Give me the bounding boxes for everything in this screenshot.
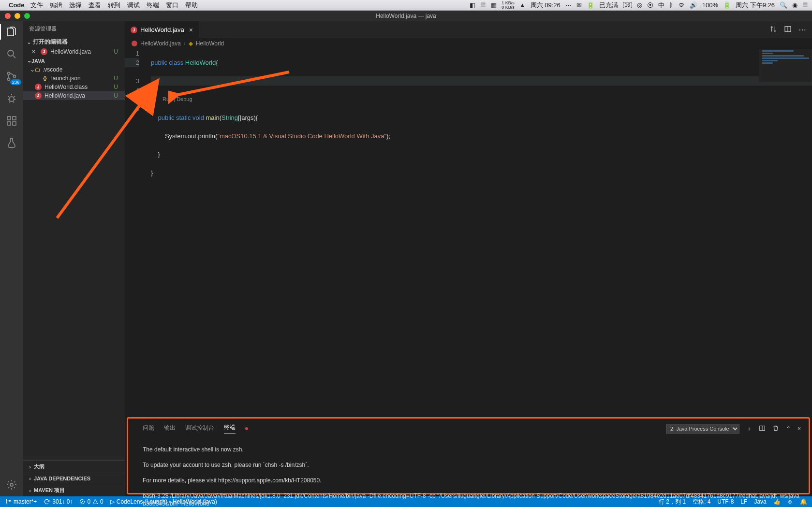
- tab-helloworld[interactable]: J HelloWorld.java ×: [125, 21, 199, 38]
- menu-file[interactable]: 文件: [30, 1, 43, 10]
- open-editors-section[interactable]: ⌄打开的编辑器: [23, 36, 125, 47]
- status-problems[interactable]: 0 0: [79, 498, 103, 505]
- menubar-input-icon[interactable]: 中: [658, 1, 664, 10]
- menubar-bluetooth-icon[interactable]: ᛒ: [669, 1, 673, 9]
- menubar-notification-icon[interactable]: ☰: [802, 1, 808, 9]
- java-deps-section[interactable]: ›JAVA DEPENDENCIES: [23, 473, 125, 484]
- menu-go[interactable]: 转到: [108, 1, 120, 10]
- activity-extensions[interactable]: [5, 114, 18, 128]
- breadcrumb[interactable]: HelloWorld.java › ◆ HelloWorld: [125, 38, 812, 49]
- editor-area: J HelloWorld.java × ⋯ HelloWorld.java › …: [125, 21, 812, 496]
- maximize-window-button[interactable]: [24, 13, 30, 19]
- menubar-clock-2[interactable]: 周六 下午9:26: [736, 1, 775, 10]
- code-editor[interactable]: 123456 public class HelloWorld{ Run | De…: [125, 49, 812, 415]
- svg-point-0: [8, 50, 14, 56]
- menu-view[interactable]: 查看: [89, 1, 101, 10]
- svg-point-3: [14, 75, 16, 78]
- activity-explorer[interactable]: [5, 25, 18, 39]
- line-gutter: 123456: [125, 49, 146, 113]
- folder-vscode[interactable]: ⌄🗀 .vscode: [23, 65, 125, 74]
- outline-section[interactable]: ›大纲: [23, 460, 125, 473]
- svg-point-9: [10, 483, 13, 486]
- panel-tab-terminal[interactable]: 终端: [224, 423, 236, 434]
- open-editor-item[interactable]: × J HelloWorld.java U: [23, 47, 125, 56]
- panel-tab-output[interactable]: 输出: [164, 424, 176, 434]
- menu-terminal[interactable]: 终端: [147, 1, 159, 10]
- java-file-icon: J: [41, 48, 47, 55]
- terminal-output[interactable]: The default interactive shell is now zsh…: [133, 438, 804, 507]
- svg-rect-7: [13, 122, 16, 125]
- panel-tab-debug-console[interactable]: 调试控制台: [185, 424, 214, 434]
- menu-selection[interactable]: 选择: [69, 1, 82, 10]
- traffic-lights: [0, 13, 30, 19]
- menubar-upload-icon[interactable]: ▲: [519, 1, 526, 9]
- file-launch-json[interactable]: {} launch.json U: [23, 74, 125, 83]
- sidebar: 资源管理器 ⌄打开的编辑器 × J HelloWorld.java U ⌄JAV…: [23, 21, 125, 496]
- menubar-spotlight-icon[interactable]: 🔍: [780, 1, 787, 9]
- menubar-wechat-icon[interactable]: ✉: [576, 1, 582, 9]
- menubar-battery-icon[interactable]: 🔋: [587, 1, 594, 9]
- terminal-selector[interactable]: 2: Java Process Console: [666, 424, 739, 434]
- tab-close-icon[interactable]: ×: [189, 26, 193, 34]
- editor-tabs: J HelloWorld.java × ⋯: [125, 21, 812, 38]
- menubar-wifi-icon[interactable]: [678, 2, 685, 9]
- window-titlebar: HelloWorld.java — java: [0, 11, 812, 21]
- close-panel-icon[interactable]: ×: [797, 425, 801, 432]
- app-name[interactable]: Code: [9, 1, 25, 9]
- svg-rect-5: [7, 116, 11, 120]
- menubar-disk-icon[interactable]: ☰: [480, 1, 486, 9]
- svg-point-2: [8, 78, 10, 81]
- project-header[interactable]: ⌄JAVA: [23, 56, 125, 65]
- svg-point-1: [8, 72, 10, 75]
- menubar-icon-a[interactable]: ◎: [637, 1, 642, 9]
- menubar-dots-icon[interactable]: ⋯: [565, 1, 572, 9]
- menubar-icon-b[interactable]: ⦿: [647, 1, 653, 9]
- menubar-siri-icon[interactable]: ◉: [792, 1, 797, 9]
- mac-menubar: Code 文件 编辑 选择 查看 转到 调试 终端 窗口 帮助 ◧ ☰ ▦ 1 …: [0, 0, 812, 11]
- menubar-netspeed: 1 KB/s0 KB/s: [502, 1, 515, 10]
- java-file-icon: J: [35, 84, 42, 90]
- file-helloworld-java[interactable]: J HelloWorld.java U: [23, 91, 125, 100]
- activity-settings[interactable]: [5, 478, 18, 492]
- activity-debug[interactable]: [5, 92, 18, 105]
- kill-terminal-icon[interactable]: [772, 425, 779, 433]
- minimap[interactable]: [759, 49, 812, 83]
- close-icon[interactable]: ×: [32, 48, 39, 55]
- close-window-button[interactable]: [5, 13, 11, 19]
- svg-point-14: [6, 499, 7, 500]
- menu-edit[interactable]: 编辑: [50, 1, 62, 10]
- minimize-window-button[interactable]: [15, 13, 20, 19]
- menubar-date-badge[interactable]: 16: [623, 2, 632, 8]
- chevron-right-icon: ›: [184, 40, 186, 47]
- menubar-volume-icon[interactable]: 🔊: [690, 1, 697, 9]
- split-terminal-icon[interactable]: [759, 425, 766, 433]
- menubar-net-icon[interactable]: ▦: [491, 1, 497, 9]
- menubar-clock-1[interactable]: 周六 09:26: [531, 1, 561, 10]
- status-sync[interactable]: 301↓ 0↑: [44, 498, 73, 505]
- codelens-run[interactable]: Run: [162, 96, 172, 102]
- menubar-battery2-icon[interactable]: 🔋: [723, 1, 731, 9]
- codelens-debug[interactable]: Debug: [177, 96, 192, 102]
- class-symbol-icon: ◆: [189, 40, 193, 47]
- activity-search[interactable]: [5, 47, 18, 61]
- maven-section[interactable]: ›MAVEN 项目: [23, 484, 125, 496]
- svg-point-4: [9, 97, 14, 101]
- file-helloworld-class[interactable]: J HelloWorld.class U: [23, 83, 125, 91]
- svg-point-15: [6, 503, 7, 504]
- folder-icon: 🗀: [35, 66, 41, 73]
- menubar-app-icon[interactable]: ◧: [470, 1, 475, 9]
- status-branch[interactable]: master*+: [5, 498, 37, 505]
- activity-scm[interactable]: 236: [5, 70, 18, 83]
- activity-test[interactable]: [5, 136, 18, 150]
- new-terminal-icon[interactable]: ＋: [746, 425, 752, 433]
- json-file-icon: {}: [42, 75, 48, 82]
- menu-window[interactable]: 窗口: [166, 1, 178, 10]
- split-editor-icon[interactable]: [784, 25, 792, 35]
- panel-tab-problems[interactable]: 问题: [143, 424, 154, 434]
- compare-changes-icon[interactable]: [769, 25, 777, 35]
- menu-help[interactable]: 帮助: [185, 1, 198, 10]
- svg-rect-6: [7, 122, 11, 125]
- more-actions-icon[interactable]: ⋯: [798, 25, 806, 34]
- menu-debug[interactable]: 调试: [127, 1, 140, 10]
- maximize-panel-icon[interactable]: ⌃: [786, 425, 791, 432]
